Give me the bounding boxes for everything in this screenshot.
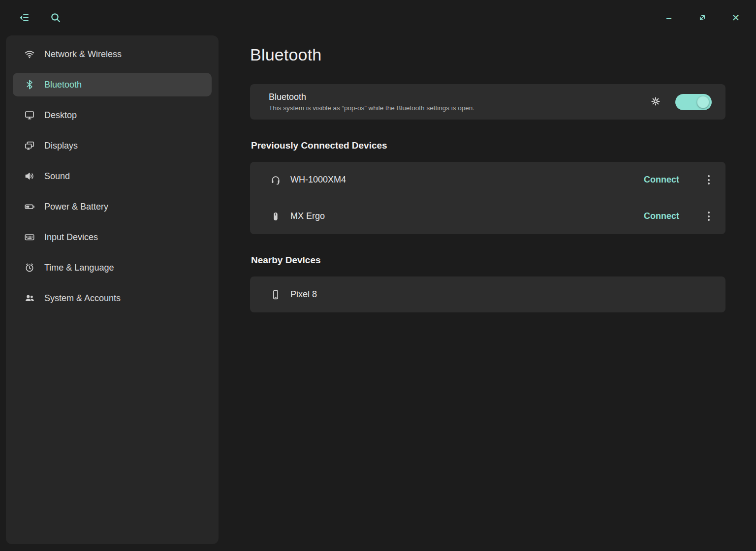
sidebar-item-label: System & Accounts [44, 293, 121, 304]
section-header-previously-connected: Previously Connected Devices [251, 140, 725, 151]
sidebar-item-label: Network & Wireless [44, 49, 122, 60]
displays-icon [24, 140, 35, 152]
search-button[interactable] [48, 10, 63, 25]
settings-window: – ✕ [0, 0, 756, 551]
maximize-button[interactable] [695, 10, 710, 25]
sidebar-item-network-wireless[interactable]: Network & Wireless [13, 42, 212, 66]
main-content: Bluetooth Bluetooth This system is visib… [219, 35, 756, 551]
toggle-knob [697, 96, 709, 108]
device-row-pixel-8[interactable]: Pixel 8 [250, 276, 725, 312]
mouse-icon [270, 211, 282, 222]
device-name: WH-1000XM4 [290, 175, 346, 185]
sidebar: Network & Wireless Bluetooth Deskto [6, 35, 219, 544]
window-controls: – ✕ [662, 10, 743, 25]
search-icon [50, 12, 62, 24]
sidebar-item-label: Bluetooth [44, 80, 82, 90]
bluetooth-card-actions [649, 94, 712, 110]
page-title: Bluetooth [250, 45, 725, 64]
speaker-icon [24, 170, 35, 182]
titlebar-left [17, 10, 63, 25]
sidebar-item-time-language[interactable]: Time & Language [13, 256, 212, 279]
bluetooth-card-title: Bluetooth [269, 92, 474, 102]
bluetooth-settings-button[interactable] [649, 95, 662, 109]
sidebar-collapse-button[interactable] [17, 10, 32, 25]
sidebar-item-label: Input Devices [44, 232, 98, 243]
keyboard-icon [24, 231, 35, 243]
desktop-icon [24, 109, 35, 121]
connect-button-wh-1000xm4[interactable]: Connect [644, 175, 679, 185]
sidebar-item-sound[interactable]: Sound [13, 164, 212, 188]
users-icon [24, 292, 35, 304]
clock-icon [24, 262, 35, 274]
device-row-wh-1000xm4: WH-1000XM4 Connect [250, 162, 725, 198]
phone-icon [270, 289, 282, 301]
wifi-icon [24, 48, 35, 60]
sidebar-item-system-accounts[interactable]: System & Accounts [13, 286, 212, 310]
section-header-nearby-devices: Nearby Devices [251, 255, 725, 266]
titlebar: – ✕ [0, 0, 756, 35]
device-menu-button-mx-ergo[interactable] [705, 209, 713, 224]
device-name: MX Ergo [290, 211, 325, 221]
connect-button-mx-ergo[interactable]: Connect [644, 211, 679, 221]
minimize-button[interactable]: – [662, 10, 676, 25]
gear-icon [650, 95, 662, 109]
bluetooth-toggle[interactable] [675, 94, 712, 110]
device-menu-button-wh-1000xm4[interactable] [705, 172, 713, 187]
sidebar-item-desktop[interactable]: Desktop [13, 103, 212, 127]
sidebar-item-label: Desktop [44, 110, 77, 121]
device-name: Pixel 8 [290, 289, 317, 300]
sidebar-item-displays[interactable]: Displays [13, 134, 212, 157]
close-button[interactable]: ✕ [728, 10, 743, 25]
bluetooth-toggle-card: Bluetooth This system is visible as “pop… [250, 84, 725, 120]
sidebar-item-power-battery[interactable]: Power & Battery [13, 195, 212, 218]
bluetooth-card-subtitle: This system is visible as “pop-os” while… [269, 104, 474, 112]
sidebar-item-bluetooth[interactable]: Bluetooth [13, 73, 212, 96]
maximize-icon [697, 12, 708, 23]
minimize-icon: – [666, 12, 671, 24]
device-row-mx-ergo: MX Ergo Connect [250, 198, 725, 234]
sidebar-item-label: Sound [44, 171, 70, 182]
window-body: Network & Wireless Bluetooth Deskto [0, 35, 756, 551]
sidebar-item-label: Power & Battery [44, 202, 108, 212]
nearby-devices-card: Pixel 8 [250, 276, 725, 312]
sidebar-collapse-icon [18, 12, 30, 24]
sidebar-item-label: Time & Language [44, 263, 114, 273]
bluetooth-card-text: Bluetooth This system is visible as “pop… [269, 92, 474, 112]
sidebar-item-input-devices[interactable]: Input Devices [13, 225, 212, 249]
previously-connected-devices-card: WH-1000XM4 Connect MX Ergo C [250, 162, 725, 234]
battery-icon [24, 201, 35, 213]
bluetooth-icon [24, 79, 35, 91]
headset-icon [270, 174, 282, 186]
sidebar-item-label: Displays [44, 141, 78, 151]
close-icon: ✕ [732, 12, 740, 24]
